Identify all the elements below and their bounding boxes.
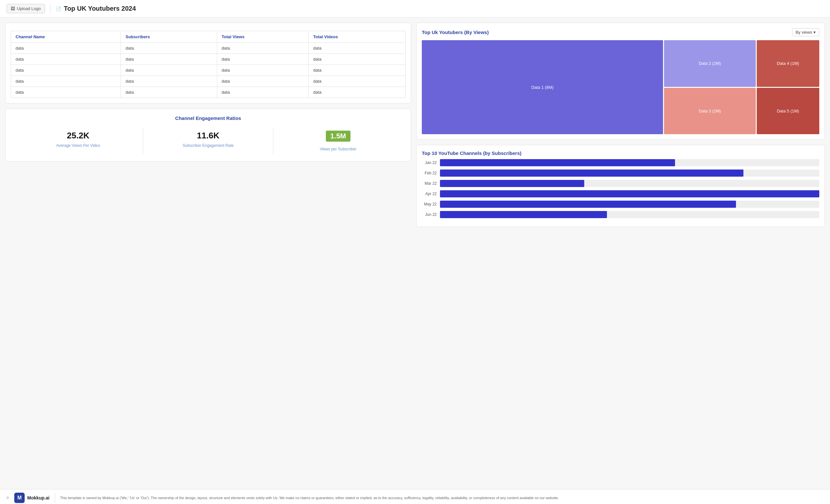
bar-label-2: Mar 22 [422, 181, 437, 186]
bar-fill-1 [440, 169, 743, 177]
treemap-title: Top Uk Youtubers (By Views) [422, 30, 488, 35]
table-cell-r0-c3: data [309, 43, 406, 54]
table-cell-r3-c0: data [11, 76, 121, 87]
upload-icon: 🖼 [11, 6, 15, 11]
footer: © M Mokkup.ai This template is owned by … [0, 489, 830, 504]
bar-track-0 [440, 159, 819, 166]
page-title: Top UK Youtubers 2024 [64, 5, 136, 12]
dropdown-label: By views [796, 30, 812, 35]
treemap-dropdown[interactable]: By views ▾ [792, 28, 819, 36]
treemap-label-4: Data 4 (1M) [777, 61, 799, 66]
bar-row: Feb 22 [422, 169, 819, 177]
metric-avg-views-label: Average Views Per Video [19, 143, 138, 148]
bar-label-3: Apr 22 [422, 192, 437, 196]
table-cell-r4-c3: data [309, 87, 406, 98]
treemap-cell-2: Data 2 (2M) [664, 40, 756, 87]
col-channel-name: Channel Name [11, 31, 121, 43]
table-cell-r3-c1: data [121, 76, 217, 87]
barchart-title: Top 10 YouTube Channels (by Subscribers) [422, 150, 819, 156]
table-row: datadatadatadata [11, 43, 406, 54]
upload-logo-button[interactable]: 🖼 Upload Logo [6, 4, 45, 13]
treemap-cell-1: Data 1 (8M) [422, 40, 663, 134]
table-cell-r0-c2: data [217, 43, 309, 54]
metric-sub-engagement-value: 11.6K [149, 131, 268, 141]
bar-label-0: Jan 22 [422, 161, 437, 165]
footer-logo-text: Mokkup.ai [27, 495, 49, 500]
treemap-chart: Data 1 (8M) Data 2 (2M) Data 3 (2M) Data… [422, 40, 819, 134]
page-title-wrapper: 📄 Top UK Youtubers 2024 [56, 5, 136, 12]
bar-label-1: Feb 22 [422, 171, 437, 175]
bar-row: Mar 22 [422, 180, 819, 187]
doc-icon: 📄 [56, 6, 61, 11]
bar-chart: Jan 22Feb 22Mar 22Apr 22May 22Jun 22 [422, 159, 819, 218]
upload-logo-label: Upload Logo [17, 6, 41, 11]
table-cell-r4-c1: data [121, 87, 217, 98]
table-cell-r2-c3: data [309, 65, 406, 76]
treemap-label-1: Data 1 (8M) [532, 85, 554, 90]
treemap-label-2: Data 2 (2M) [699, 61, 721, 66]
table-row: datadatadatadata [11, 87, 406, 98]
treemap-header: Top Uk Youtubers (By Views) By views ▾ [422, 28, 819, 36]
header-divider [50, 4, 51, 13]
chevron-down-icon: ▾ [813, 30, 816, 35]
bar-row: May 22 [422, 201, 819, 208]
table-cell-r1-c0: data [11, 54, 121, 65]
main-content: Channel Name Subscribers Total Views Tot… [0, 18, 830, 489]
metric-views-per-sub-value: 1.5M [326, 131, 351, 142]
copyright: © [6, 496, 9, 500]
table-cell-r4-c2: data [217, 87, 309, 98]
table-cell-r0-c0: data [11, 43, 121, 54]
footer-disclaimer: This template is owned by Mokkup.ai ('We… [60, 496, 559, 500]
table-cell-r2-c0: data [11, 65, 121, 76]
bar-fill-4 [440, 201, 736, 208]
treemap-cell-4: Data 4 (1M) [757, 40, 819, 87]
col-subscribers: Subscribers [121, 31, 217, 43]
table-row: datadatadatadata [11, 65, 406, 76]
bar-fill-2 [440, 180, 584, 187]
bar-label-5: Jun 22 [422, 212, 437, 217]
engagement-title: Channel Engagement Ratios [13, 115, 403, 121]
table-cell-r2-c2: data [217, 65, 309, 76]
table-cell-r2-c1: data [121, 65, 217, 76]
table-row: datadatadatadata [11, 76, 406, 87]
treemap-cell-5: Data 5 (1M) [757, 88, 819, 135]
metric-avg-views-value: 25.2K [19, 131, 138, 141]
metric-views-per-sub-label: Views per Subscriber [279, 147, 398, 152]
footer-divider [55, 493, 55, 503]
data-table: Channel Name Subscribers Total Views Tot… [11, 31, 406, 98]
table-card: Channel Name Subscribers Total Views Tot… [5, 23, 411, 103]
metric-avg-views: 25.2K Average Views Per Video [13, 127, 143, 155]
metric-subscriber-engagement: 11.6K Subscriber Engagement Rate [143, 127, 273, 155]
bar-track-5 [440, 211, 819, 218]
barchart-card: Top 10 YouTube Channels (by Subscribers)… [416, 145, 825, 227]
bar-label-4: May 22 [422, 202, 437, 206]
treemap-label-3: Data 3 (2M) [699, 109, 721, 113]
metric-sub-engagement-label: Subscriber Engagement Rate [149, 143, 268, 148]
col-total-videos: Total Videos [309, 31, 406, 43]
table-header-row: Channel Name Subscribers Total Views Tot… [11, 31, 406, 43]
table-cell-r1-c2: data [217, 54, 309, 65]
metric-views-per-sub: 1.5M Views per Subscriber [273, 127, 403, 155]
table-cell-r0-c1: data [121, 43, 217, 54]
bar-row: Apr 22 [422, 190, 819, 197]
bar-row: Jan 22 [422, 159, 819, 166]
table-row: datadatadatadata [11, 54, 406, 65]
table-cell-r1-c3: data [309, 54, 406, 65]
mokkup-logo-icon: M [14, 493, 25, 503]
bar-track-2 [440, 180, 819, 187]
treemap-cell-3: Data 3 (2M) [664, 88, 756, 135]
bar-track-1 [440, 169, 819, 177]
bar-row: Jun 22 [422, 211, 819, 218]
header: 🖼 Upload Logo 📄 Top UK Youtubers 2024 [0, 0, 830, 18]
bar-fill-3 [440, 190, 819, 197]
col-total-views: Total Views [217, 31, 309, 43]
engagement-card: Channel Engagement Ratios 25.2K Average … [5, 109, 411, 161]
footer-logo: M Mokkup.ai [14, 493, 49, 503]
table-cell-r1-c1: data [121, 54, 217, 65]
table-cell-r3-c2: data [217, 76, 309, 87]
engagement-metrics: 25.2K Average Views Per Video 11.6K Subs… [13, 127, 403, 155]
left-column: Channel Name Subscribers Total Views Tot… [5, 23, 415, 484]
table-cell-r3-c3: data [309, 76, 406, 87]
table-cell-r4-c0: data [11, 87, 121, 98]
bar-fill-5 [440, 211, 607, 218]
